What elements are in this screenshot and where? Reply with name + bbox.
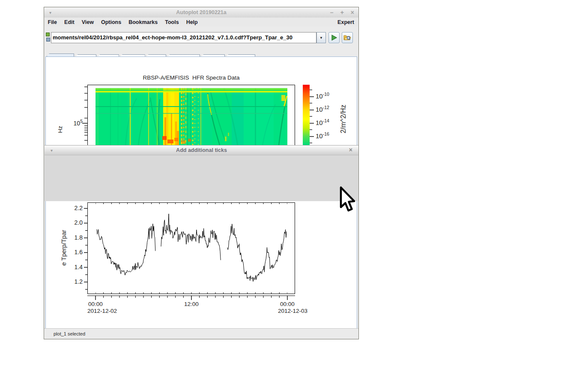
y-tick-label: 1.4	[66, 264, 83, 270]
window-title: Autoplot 20190221a	[44, 9, 358, 15]
menu-item-help[interactable]: Help	[182, 19, 201, 25]
colorbar-labels: 10-1010-1210-1410-16	[316, 85, 341, 145]
datasource-green-icon	[46, 33, 50, 36]
timeseries-line[interactable]	[96, 202, 287, 294]
plot1-title: RBSP-A/EMFISIS HFR Spectra Data	[87, 74, 295, 81]
menu-item-tools[interactable]: Tools	[161, 19, 182, 25]
colorbar-ticks	[310, 85, 315, 145]
minimize-button[interactable]: –	[330, 9, 334, 16]
colorbar-tick-label: 10-12	[316, 105, 329, 113]
y-tick-label: 2.2	[66, 205, 83, 211]
uri-dropdown-button[interactable]: ▼	[316, 32, 326, 43]
add-ticks-panel[interactable]: ▾ Add additional ticks ×	[45, 145, 358, 201]
y-tick-label: 1.8	[66, 234, 83, 241]
datasource-type-icons[interactable]	[46, 33, 51, 43]
add-ticks-panel-body	[45, 155, 358, 201]
datasource-blue-icon	[46, 38, 50, 42]
y-tick-label: 2.0	[66, 219, 83, 226]
close-button[interactable]: ×	[351, 9, 354, 16]
autoplot-window: ▾ Autoplot 20190221a – + × File Edit Vie…	[44, 7, 359, 339]
spectrogram-image[interactable]	[96, 88, 287, 145]
folder-search-icon	[343, 34, 351, 41]
menu-item-view[interactable]: View	[78, 19, 97, 25]
plot1-y-axis-ticks	[81, 85, 87, 147]
colorbar-unit-label: 2/m^2/Hz	[340, 89, 347, 149]
plot2-y-axis-label: e Tperp/Tpar	[60, 223, 67, 273]
add-ticks-panel-header[interactable]: ▾ Add additional ticks ×	[45, 145, 358, 155]
panel-close-icon[interactable]: ×	[349, 146, 352, 153]
menu-item-edit[interactable]: Edit	[61, 19, 78, 25]
status-text: plot_1 selected	[54, 331, 85, 336]
colorbar[interactable]	[303, 85, 310, 145]
titlebar[interactable]: ▾ Autoplot 20190221a – + ×	[44, 7, 358, 18]
colorbar-tick-label: 10-14	[316, 118, 329, 126]
statusbar: plot_1 selected	[44, 328, 358, 339]
menu-item-bookmarks[interactable]: Bookmarks	[125, 19, 161, 25]
menu-item-file[interactable]: File	[44, 19, 61, 25]
uri-input[interactable]: moments/rel04/2012/rbspa_rel04_ect-hope-…	[51, 32, 316, 43]
mouse-cursor	[339, 186, 359, 213]
chevron-down-icon: ▼	[319, 36, 323, 40]
colorbar-tick-label: 10-10	[316, 92, 329, 100]
x-date-label-start: 2012-12-02	[87, 308, 117, 314]
play-icon	[331, 34, 337, 41]
plot1-y-tick-label: 105	[68, 119, 83, 127]
x-tick-label-end: 00:00	[275, 301, 300, 307]
y-tick-label: 1.2	[66, 278, 83, 285]
expert-mode-label[interactable]: Expert	[334, 19, 358, 25]
panel-title: Add additional ticks	[45, 147, 358, 153]
browse-file-button[interactable]	[342, 32, 353, 43]
x-date-label-end: 2012-12-03	[278, 308, 307, 314]
x-tick-label-start: 00:00	[83, 301, 108, 307]
menu-item-options[interactable]: Options	[97, 19, 125, 25]
address-toolbar: moments/rel04/2012/rbspa_rel04_ect-hope-…	[44, 27, 358, 54]
maximize-button[interactable]: +	[340, 9, 344, 16]
x-tick-label-noon: 12:00	[179, 301, 204, 307]
menubar: File Edit View Options Bookmarks Tools H…	[44, 18, 358, 27]
go-plot-button[interactable]	[328, 32, 340, 43]
plot1-y-axis-label: Hz	[57, 123, 63, 136]
desktop: ▾ Autoplot 20190221a – + × File Edit Vie…	[0, 0, 576, 392]
y-tick-label: 1.6	[66, 249, 83, 255]
plot2-y-tick-labels: 2.22.01.81.61.41.2	[66, 202, 83, 294]
colorbar-tick-label: 10-16	[316, 131, 329, 140]
